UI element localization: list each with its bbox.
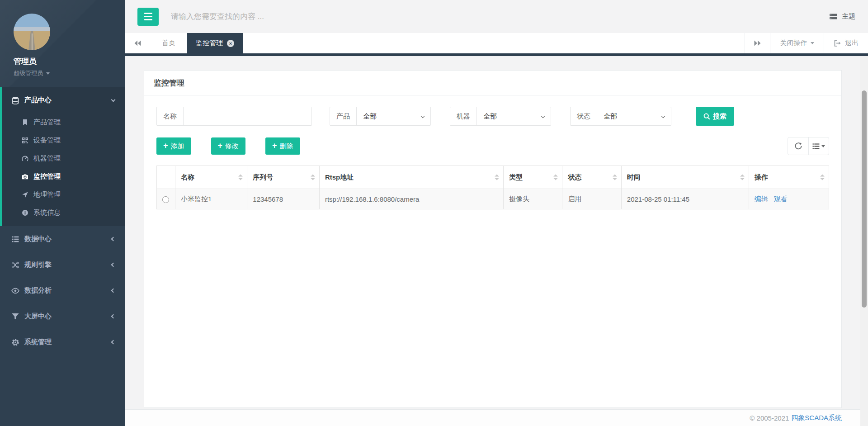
sidebar-item-machine-management[interactable]: 机器管理	[2, 149, 125, 167]
sidebar-item-product-center[interactable]: 产品中心	[2, 87, 125, 113]
sidebar-item-label: 数据中心	[24, 235, 112, 243]
sidebar-item-label: 规则引擎	[24, 260, 112, 269]
cell-rtsp: rtsp://192.168.1.6:8080/camera	[319, 189, 503, 209]
modify-button-label: 修改	[225, 142, 239, 151]
chevron-down-icon	[111, 97, 116, 102]
chevron-down-icon	[661, 114, 665, 118]
monitor-panel: 监控管理 名称 产品 全部	[144, 70, 842, 408]
sidebar-item-system-info[interactable]: 系统信息	[2, 204, 125, 222]
edit-link[interactable]: 编辑	[755, 195, 768, 203]
sidebar-item-label: 系统信息	[33, 208, 61, 217]
column-header-rtsp[interactable]: Rtsp地址	[319, 166, 503, 189]
status-filter-label: 状态	[571, 107, 597, 125]
theme-bars-icon	[829, 12, 838, 21]
sidebar-item-device-management[interactable]: 设备管理	[2, 131, 125, 149]
column-header-time[interactable]: 时间	[621, 166, 749, 189]
theme-button[interactable]: 主题	[829, 12, 855, 21]
delete-button[interactable]: + 删除	[265, 137, 300, 155]
app-window: 管理员 超级管理员 产品中心	[0, 0, 868, 426]
sidebar-item-bigscreen-center[interactable]: 大屏中心	[0, 303, 125, 329]
sidebar-item-monitor-management[interactable]: 监控管理	[2, 167, 125, 185]
tabs-scroll-right-button[interactable]	[745, 33, 770, 53]
shuffle-icon	[11, 261, 19, 269]
close-operations-dropdown[interactable]: 关闭操作	[770, 33, 824, 53]
sidebar-item-data-analysis[interactable]: 数据分析	[0, 278, 125, 303]
machine-filter-group: 机器 全部	[450, 107, 551, 126]
column-header-operations[interactable]: 操作	[749, 166, 829, 189]
sidebar-toggle-button[interactable]	[137, 8, 159, 26]
user-name: 管理员	[14, 56, 114, 66]
qrcode-icon	[22, 137, 28, 144]
machine-filter-select[interactable]: 全部	[476, 107, 551, 125]
panel-title: 监控管理	[144, 71, 841, 95]
sidebar-nav: 产品中心 产品管理	[0, 87, 125, 355]
sort-arrows-icon	[311, 175, 315, 180]
table-header-row: 名称 序列号 Rtsp地址 类型 状态 时间	[157, 166, 829, 189]
table-tools	[788, 137, 829, 155]
row-radio-button[interactable]	[162, 196, 169, 203]
search-input[interactable]	[171, 12, 829, 21]
close-circle-icon[interactable]: ×	[227, 40, 234, 47]
refresh-button[interactable]	[788, 137, 808, 155]
user-role-dropdown[interactable]: 超级管理员	[14, 69, 114, 77]
cell-operations: 编辑 观看	[749, 189, 829, 209]
avatar[interactable]	[14, 14, 50, 50]
sidebar-item-label: 地理管理	[33, 190, 61, 199]
scrollbar-thumb[interactable]	[862, 90, 867, 308]
content-area: 监控管理 名称 产品 全部	[125, 56, 868, 409]
column-header-type[interactable]: 类型	[503, 166, 562, 189]
product-filter-select[interactable]: 全部	[356, 107, 430, 125]
funnel-icon	[11, 312, 19, 321]
sort-arrows-icon	[238, 175, 243, 180]
sidebar-item-label: 监控管理	[33, 172, 61, 181]
add-button-label: 添加	[171, 142, 184, 151]
double-chevron-right-icon	[754, 40, 761, 47]
list-columns-icon	[812, 143, 820, 150]
tab-bar: 首页 监控管理 × 关闭操作	[125, 33, 868, 56]
modify-button[interactable]: + 修改	[211, 137, 246, 155]
tab-home[interactable]: 首页	[150, 33, 187, 53]
sidebar-item-product-management[interactable]: 产品管理	[2, 113, 125, 131]
theme-label: 主题	[842, 12, 855, 21]
cell-serial: 12345678	[247, 189, 320, 209]
cell-type: 摄像头	[503, 189, 562, 209]
status-filter-select[interactable]: 全部	[597, 107, 671, 125]
sidebar-item-geo-management[interactable]: 地理管理	[2, 185, 125, 204]
sidebar-item-data-center[interactable]: 数据中心	[0, 226, 125, 252]
tab-bar-spacer	[243, 33, 745, 53]
double-chevron-left-icon	[134, 40, 142, 47]
gauge-icon	[22, 155, 28, 162]
hamburger-icon	[144, 13, 152, 14]
chevron-down-icon	[421, 114, 425, 118]
chevron-left-icon	[111, 263, 116, 267]
chevron-left-icon	[111, 314, 116, 319]
machine-filter-value: 全部	[483, 112, 497, 121]
sidebar-item-system-management[interactable]: 系统管理	[0, 329, 125, 355]
columns-button[interactable]	[808, 137, 829, 155]
delete-button-label: 删除	[280, 142, 293, 151]
search-button[interactable]: 搜索	[696, 107, 734, 126]
logout-button[interactable]: 退出	[824, 33, 868, 53]
scrollbar-track[interactable]	[860, 56, 868, 426]
column-header-name[interactable]: 名称	[175, 166, 247, 189]
sign-out-icon	[834, 39, 841, 47]
brand-link[interactable]: 四象SCADA系统	[791, 414, 842, 422]
sidebar-item-rule-engine[interactable]: 规则引擎	[0, 252, 125, 278]
plus-icon: +	[218, 142, 223, 150]
view-link[interactable]: 观看	[774, 195, 788, 203]
status-filter-group: 状态 全部	[570, 107, 671, 126]
tab-label: 监控管理	[196, 39, 223, 47]
location-arrow-icon	[22, 191, 28, 198]
cell-name: 小米监控1	[175, 189, 247, 209]
column-header-status[interactable]: 状态	[562, 166, 621, 189]
name-filter-input[interactable]	[183, 107, 311, 125]
tab-label: 首页	[162, 39, 175, 47]
sidebar-item-label: 数据分析	[24, 286, 112, 295]
chevron-left-icon	[111, 237, 116, 241]
column-header-serial[interactable]: 序列号	[247, 166, 320, 189]
tabs-scroll-left-button[interactable]	[125, 33, 150, 53]
tab-monitor-management[interactable]: 监控管理 ×	[187, 33, 243, 53]
user-profile: 管理员 超级管理员	[0, 0, 125, 87]
add-button[interactable]: + 添加	[156, 137, 191, 155]
magnifier-icon	[703, 113, 710, 120]
